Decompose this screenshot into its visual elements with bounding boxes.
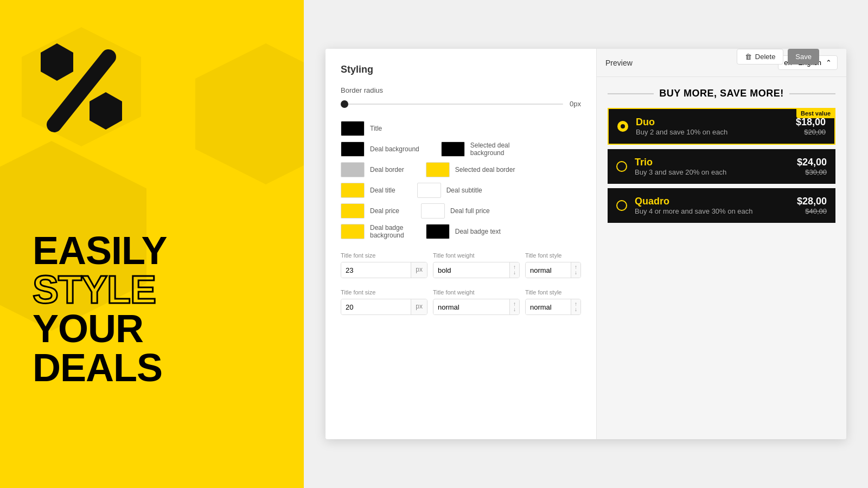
color-item-selected-deal-bg: Selected dealbackground [441, 142, 510, 157]
promo-line-2: STYLE [33, 270, 304, 309]
color-item-deal-full-price: Deal full price [421, 203, 490, 219]
color-swatch-selected-deal-bg[interactable] [441, 142, 465, 157]
deal-price-duo: $18,00 [796, 117, 826, 128]
color-swatch-deal-border[interactable] [341, 162, 365, 177]
deal-name-quadro: Quadro [635, 196, 797, 207]
color-label-badge-bg: Deal badgebackground [370, 224, 404, 239]
color-swatch-badge-bg[interactable] [341, 224, 365, 239]
deal-radio-quadro[interactable] [616, 200, 627, 211]
font-style-2-select[interactable]: normal italic oblique [526, 300, 571, 314]
font-style-1-label: Title font style [525, 252, 581, 259]
color-item-deal-bg: Deal background [341, 142, 419, 157]
deal-full-price-quadro: $40,00 [797, 207, 827, 215]
deal-info-duo: Duo Buy 2 and save 10% on each [636, 117, 796, 136]
action-buttons: 🗑 Delete Save [737, 49, 819, 65]
deal-subtitle-duo: Buy 2 and save 10% on each [636, 128, 796, 136]
panel-title: Styling [341, 64, 581, 75]
color-label-selected-deal-bg: Selected dealbackground [470, 142, 510, 157]
deal-subtitle-trio: Buy 3 and save 20% on each [635, 168, 797, 176]
border-radius-track[interactable] [341, 104, 563, 105]
color-swatch-deal-full-price[interactable] [421, 203, 445, 219]
deal-info-quadro: Quadro Buy 4 or more and save 30% on eac… [635, 196, 797, 215]
deal-radio-inner-duo [621, 124, 625, 129]
font-style-1-select[interactable]: normal italic oblique [526, 263, 571, 278]
color-item-deal-border: Deal border [341, 162, 404, 177]
delete-button[interactable]: 🗑 Delete [737, 49, 784, 65]
deal-card-trio[interactable]: Trio Buy 3 and save 20% on each $24,00 $… [608, 149, 835, 184]
font-style-2-arrows: ↑↓ [571, 299, 580, 314]
font-row-1-labels: Title font size Title font weight Title … [341, 252, 581, 259]
deal-title: BUY MORE, SAVE MORE! [659, 88, 783, 99]
color-label-deal-title: Deal title [370, 187, 395, 194]
font-style-1-select-group: normal italic oblique ↑↓ [525, 262, 581, 278]
color-swatch-deal-bg[interactable] [341, 142, 365, 157]
deal-price-trio: $24,00 [797, 157, 827, 168]
deal-radio-trio[interactable] [616, 161, 627, 172]
color-label-deal-full-price: Deal full price [450, 207, 490, 215]
color-swatch-deal-subtitle[interactable] [417, 183, 441, 198]
font-style-2-select-group: normal italic oblique ↑↓ [525, 299, 581, 315]
font-size-1-suffix: px [411, 262, 427, 278]
trash-icon: 🗑 [745, 53, 752, 61]
deal-name-duo: Duo [636, 117, 796, 128]
color-item-selected-deal-border: Selected deal border [426, 162, 515, 177]
font-weight-2-select[interactable]: normal bold lighter bolder [433, 300, 509, 314]
font-size-1-input[interactable] [341, 262, 411, 278]
editor-container: Styling Border radius 0px Title [326, 49, 846, 439]
font-section-2: Title font size Title font weight Title … [341, 289, 581, 315]
font-section-1: Title font size Title font weight Title … [341, 252, 581, 278]
language-chevron-icon: ⌃ [826, 59, 832, 67]
promo-hex-icon [22, 27, 141, 157]
color-label-deal-bg: Deal background [370, 145, 419, 153]
styling-panel: Styling Border radius 0px Title [326, 49, 597, 439]
border-radius-thumb[interactable] [341, 100, 348, 108]
preview-content: BUY MORE, SAVE MORE! Best value Duo Buy … [597, 77, 846, 439]
border-radius-label: Border radius [341, 86, 581, 94]
preview-label: Preview [605, 59, 633, 67]
deal-info-trio: Trio Buy 3 and save 20% on each [635, 157, 797, 176]
font-size-2-suffix: px [411, 299, 427, 314]
bg-hex-right [195, 43, 304, 201]
promo-section: EASILY STYLE YOUR DEALS [0, 0, 304, 488]
deal-radio-duo[interactable] [617, 121, 628, 132]
border-radius-value: 0px [570, 100, 581, 108]
preview-panel: Preview en - English ⌃ BUY MORE, SAVE MO… [597, 49, 846, 439]
deal-pricing-trio: $24,00 $30,00 [797, 157, 827, 176]
color-item-badge-bg: Deal badgebackground [341, 224, 404, 239]
color-swatch-deal-title[interactable] [341, 183, 365, 198]
promo-text: EASILY STYLE YOUR DEALS [33, 231, 304, 387]
color-swatch-deal-price[interactable] [341, 203, 365, 219]
font-row-1-controls: px bold normal lighter bolder ↑↓ [341, 262, 581, 278]
color-label-deal-price: Deal price [370, 207, 399, 215]
promo-line-1: EASILY [33, 231, 304, 270]
font-style-1-arrows: ↑↓ [571, 262, 580, 278]
deal-card-duo[interactable]: Best value Duo Buy 2 and save 10% on eac… [608, 108, 835, 145]
font-weight-1-label: Title font weight [433, 252, 520, 259]
color-label-deal-subtitle: Deal subtitle [446, 187, 482, 194]
font-style-2-label: Title font style [525, 289, 581, 296]
promo-line-3: YOUR [33, 309, 304, 348]
color-label-selected-deal-border: Selected deal border [455, 166, 515, 174]
color-swatch-title[interactable] [341, 121, 365, 136]
page-wrapper: EASILY STYLE YOUR DEALS 🗑 Delete Save St… [0, 0, 868, 488]
color-swatch-badge-text[interactable] [426, 224, 450, 239]
font-weight-1-arrows: ↑↓ [509, 262, 519, 278]
color-item-deal-subtitle: Deal subtitle [417, 183, 482, 198]
save-button[interactable]: Save [788, 49, 819, 65]
deal-card-quadro[interactable]: Quadro Buy 4 or more and save 30% on eac… [608, 188, 835, 223]
font-row-2-controls: px normal bold lighter bolder ↑↓ [341, 299, 581, 315]
editor-area: 🗑 Delete Save Styling Border radius 0px [304, 0, 868, 488]
color-item-deal-title: Deal title [341, 183, 395, 198]
font-size-1-input-group: px [341, 262, 427, 278]
promo-line-4: DEALS [33, 348, 304, 387]
deal-subtitle-quadro: Buy 4 or more and save 30% on each [635, 207, 797, 215]
color-item-deal-price: Deal price [341, 203, 399, 219]
font-weight-1-select[interactable]: bold normal lighter bolder [433, 263, 509, 278]
border-radius-slider-container: 0px [341, 100, 581, 108]
color-swatch-selected-deal-border[interactable] [426, 162, 450, 177]
font-weight-2-arrows: ↑↓ [509, 299, 519, 314]
font-weight-2-label: Title font weight [433, 289, 520, 296]
deal-header-line-right [789, 93, 835, 94]
font-size-2-label: Title font size [341, 289, 427, 296]
font-size-2-input[interactable] [341, 299, 411, 314]
